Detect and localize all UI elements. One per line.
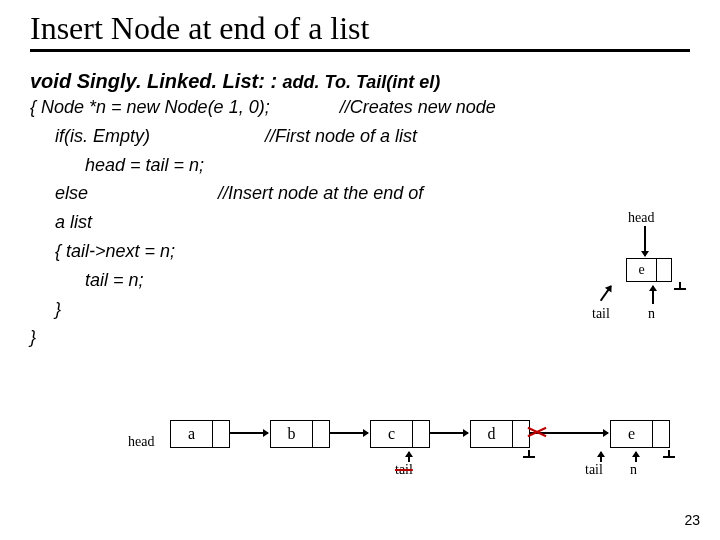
node-d: d xyxy=(470,420,530,448)
code-line-5: { tail->next = n; xyxy=(55,241,175,261)
arrow-right-icon xyxy=(330,432,368,434)
diagram-single-node: head e tail n xyxy=(580,210,690,340)
n-label: n xyxy=(648,306,655,322)
class-name: Singly. Linked. List: : xyxy=(77,70,283,92)
arrow-up-icon xyxy=(652,286,654,304)
null-icon xyxy=(663,450,675,466)
node-value: e xyxy=(611,421,653,447)
strike-icon xyxy=(527,425,547,439)
node-value: b xyxy=(271,421,313,447)
comment-2: //First node of a list xyxy=(265,126,417,146)
arrow-up-icon xyxy=(635,452,637,462)
head-label: head xyxy=(128,434,154,450)
comment-4: //Insert node at the end of xyxy=(218,183,423,203)
head-label: head xyxy=(628,210,654,226)
code-line-8: } xyxy=(30,327,36,347)
slide-title: Insert Node at end of a list xyxy=(30,10,690,52)
code-line-4a: else xyxy=(55,183,88,203)
null-icon xyxy=(674,286,686,302)
function-signature: void Singly. Linked. List: : add. To. Ta… xyxy=(30,70,690,93)
tail-old-label: tail xyxy=(395,462,413,478)
node-e: e xyxy=(610,420,670,448)
code-line-2: if(is. Empty) xyxy=(55,126,150,146)
page-number: 23 xyxy=(684,512,700,528)
arrow-up-icon xyxy=(408,452,410,462)
node-b: b xyxy=(270,420,330,448)
comment-1: //Creates new node xyxy=(340,97,496,117)
node-value: a xyxy=(171,421,213,447)
diagram-linked-list: head a b c d e tail tail n xyxy=(110,410,670,500)
arrow-right-icon xyxy=(230,432,268,434)
node-pointer xyxy=(313,421,329,447)
code-line-6: tail = n; xyxy=(85,270,144,290)
code-line-7: } xyxy=(55,299,61,319)
tail-new-label: tail xyxy=(585,462,603,478)
node-value: e xyxy=(627,259,657,281)
node-pointer xyxy=(657,259,671,281)
code-line-1: { Node *n = new Node(e 1, 0); xyxy=(30,97,270,117)
arrow-up-icon xyxy=(600,285,612,301)
node-pointer xyxy=(413,421,429,447)
tail-label: tail xyxy=(592,306,610,322)
node-value: c xyxy=(371,421,413,447)
return-type: void xyxy=(30,70,77,92)
null-icon xyxy=(523,450,535,466)
arrow-up-icon xyxy=(600,452,602,462)
arrow-down-icon xyxy=(644,226,646,256)
code-line-3: head = tail = n; xyxy=(85,155,204,175)
node-c: c xyxy=(370,420,430,448)
method-name: add. To. Tail(int el) xyxy=(283,72,441,92)
slide: Insert Node at end of a list void Singly… xyxy=(0,0,720,540)
comment-4c: a list xyxy=(55,212,92,232)
n-label: n xyxy=(630,462,637,478)
node-value: d xyxy=(471,421,513,447)
arrow-right-icon xyxy=(430,432,468,434)
node-box: e xyxy=(626,258,672,282)
node-pointer xyxy=(213,421,229,447)
node-a: a xyxy=(170,420,230,448)
node-pointer xyxy=(653,421,669,447)
